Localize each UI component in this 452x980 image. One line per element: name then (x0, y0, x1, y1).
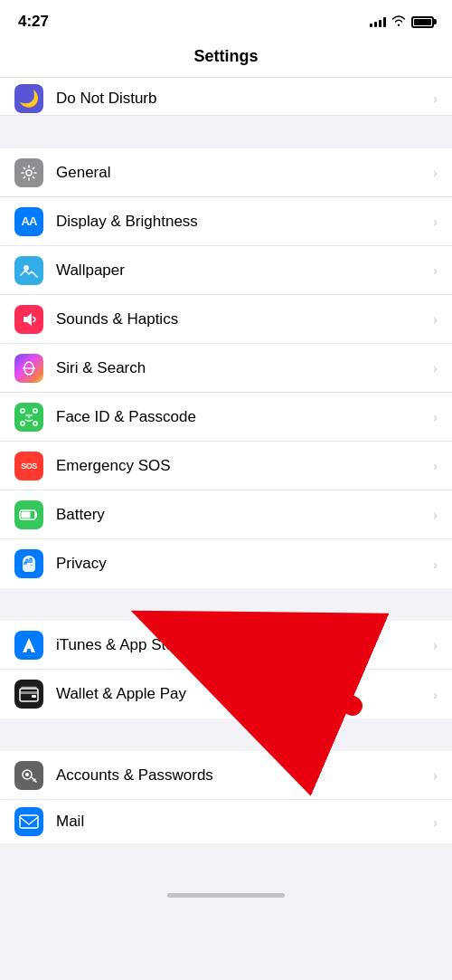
chevron-general: › (433, 165, 438, 180)
svg-point-1 (24, 265, 29, 271)
signal-icon (370, 16, 386, 27)
status-icons (370, 15, 434, 29)
chevron-do-not-disturb: › (433, 90, 438, 106)
icon-wallet (14, 680, 43, 709)
chevron-wallpaper: › (433, 262, 438, 278)
svg-rect-13 (22, 511, 31, 518)
page-title: Settings (193, 47, 258, 65)
label-accounts-passwords: Accounts & Passwords (56, 766, 428, 785)
svg-point-0 (26, 170, 32, 176)
icon-battery (14, 500, 43, 529)
row-mail[interactable]: Mail › (0, 800, 452, 843)
section-system: General › AA Display & Brightness › Wall… (0, 148, 452, 588)
page-header: Settings (0, 38, 452, 78)
row-battery[interactable]: Battery › (0, 490, 452, 539)
chevron-mail: › (433, 814, 438, 830)
label-siri-search: Siri & Search (56, 359, 428, 377)
icon-general (14, 158, 43, 187)
label-display-brightness: Display & Brightness (56, 213, 428, 231)
label-mail: Mail (56, 813, 428, 831)
chevron-privacy: › (433, 557, 438, 572)
label-battery: Battery (56, 506, 428, 524)
label-general: General (56, 164, 428, 182)
status-bar: 4:27 (0, 0, 452, 38)
home-indicator (167, 893, 285, 898)
label-do-not-disturb: Do Not Disturb (56, 90, 428, 108)
section-store: iTunes & App Store › Wallet & Apple Pay … (0, 621, 452, 718)
label-sounds-haptics: Sounds & Haptics (56, 310, 428, 328)
svg-rect-16 (32, 695, 36, 698)
chevron-sos: › (433, 458, 438, 473)
icon-accounts-passwords (14, 761, 43, 790)
svg-rect-6 (33, 409, 37, 413)
row-sounds-haptics[interactable]: Sounds & Haptics › (0, 295, 452, 344)
chevron-wallet: › (433, 687, 438, 702)
chevron-accounts: › (433, 767, 438, 783)
svg-point-10 (30, 414, 32, 415)
icon-face-id (14, 403, 43, 432)
chevron-display: › (433, 214, 438, 229)
icon-wallpaper (14, 256, 43, 285)
row-face-id[interactable]: Face ID & Passcode › (0, 393, 452, 442)
row-do-not-disturb[interactable]: 🌙 Do Not Disturb › (0, 78, 452, 116)
row-general[interactable]: General › (0, 148, 452, 197)
chevron-sounds: › (433, 311, 438, 327)
svg-rect-5 (21, 409, 24, 413)
label-face-id: Face ID & Passcode (56, 408, 428, 426)
icon-do-not-disturb: 🌙 (14, 84, 43, 113)
bottom-spacer (0, 845, 452, 881)
icon-itunes-appstore (14, 631, 43, 660)
section-accounts: Accounts & Passwords › Mail › (0, 751, 452, 843)
chevron-battery: › (433, 507, 438, 522)
status-time: 4:27 (18, 13, 49, 31)
label-itunes-appstore: iTunes & App Store (56, 636, 428, 654)
row-emergency-sos[interactable]: SOS Emergency SOS › (0, 442, 452, 490)
chevron-face-id: › (433, 409, 438, 424)
separator-1 (0, 118, 452, 148)
row-itunes-appstore[interactable]: iTunes & App Store › (0, 621, 452, 670)
chevron-siri: › (433, 360, 438, 376)
label-wallet-applepay: Wallet & Apple Pay (56, 685, 428, 703)
separator-2 (0, 590, 452, 621)
row-wallpaper[interactable]: Wallpaper › (0, 246, 452, 295)
battery-icon (411, 16, 434, 28)
separator-3 (0, 720, 452, 751)
icon-display-brightness: AA (14, 207, 43, 236)
row-wallet-applepay[interactable]: Wallet & Apple Pay › (0, 670, 452, 718)
label-privacy: Privacy (56, 555, 428, 573)
row-privacy[interactable]: Privacy › (0, 539, 452, 588)
row-accounts-passwords[interactable]: Accounts & Passwords › (0, 751, 452, 800)
svg-rect-8 (33, 422, 37, 425)
section-dnd: 🌙 Do Not Disturb › (0, 78, 452, 116)
icon-emergency-sos: SOS (14, 452, 43, 480)
wifi-icon (391, 15, 406, 29)
app-wrapper: 4:27 Settings 🌙 (0, 0, 452, 909)
icon-privacy (14, 549, 43, 578)
row-display-brightness[interactable]: AA Display & Brightness › (0, 197, 452, 246)
row-siri-search[interactable]: Siri & Search › (0, 344, 452, 393)
svg-rect-20 (20, 815, 38, 828)
svg-point-9 (25, 414, 27, 415)
icon-siri (14, 354, 43, 383)
svg-rect-15 (20, 691, 38, 694)
label-emergency-sos: Emergency SOS (56, 457, 428, 475)
svg-marker-2 (24, 313, 32, 326)
home-indicator-area (0, 881, 452, 909)
icon-sounds-haptics (14, 305, 43, 334)
chevron-itunes: › (433, 637, 438, 652)
label-wallpaper: Wallpaper (56, 262, 428, 280)
icon-mail (14, 807, 43, 836)
svg-rect-7 (21, 422, 24, 425)
svg-point-18 (25, 773, 29, 776)
